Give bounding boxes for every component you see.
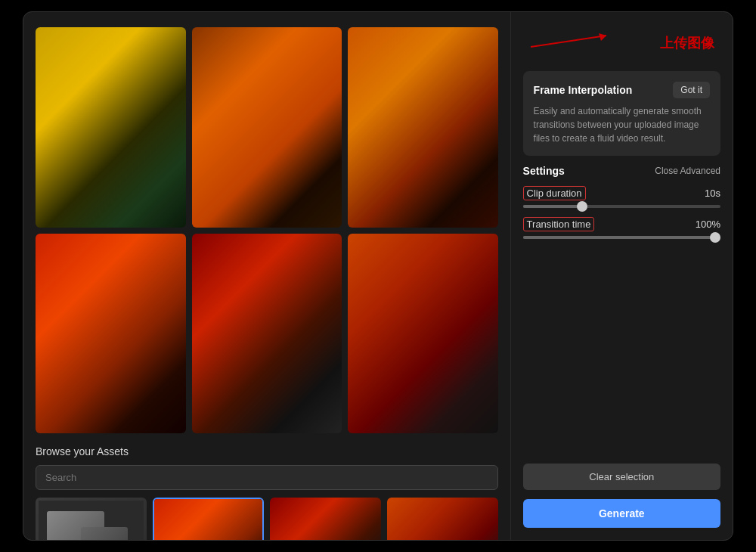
asset-img-2: [270, 498, 381, 540]
annotation-arrow-svg: [523, 32, 614, 54]
settings-header: Settings Close Advanced: [523, 165, 720, 177]
asset-item-3: 1.7.png (1) Upload Image: [387, 498, 498, 540]
robot-portrait-4: [36, 234, 186, 434]
clip-duration-fill: [523, 205, 582, 208]
demo-mini-2: [81, 527, 129, 540]
transition-time-thumb[interactable]: [710, 232, 720, 243]
transition-time-row: Transition time 100%: [523, 217, 720, 239]
robot-portrait-3: [348, 27, 498, 228]
clip-duration-label-row: Clip duration 10s: [523, 186, 720, 200]
top-image-grid: [36, 27, 498, 433]
assets-grid: +1 Demo Assets 1.8_clipdrop-enhanc... Up…: [36, 498, 498, 540]
clip-duration-value: 10s: [705, 188, 720, 199]
svg-line-0: [531, 36, 606, 47]
asset-thumb-1[interactable]: [153, 498, 264, 540]
settings-section: Settings Close Advanced Clip duration 10…: [523, 165, 720, 239]
clip-duration-slider[interactable]: [523, 205, 720, 208]
fi-header: Frame Interpolation Got it: [534, 82, 710, 98]
fi-title: Frame Interpolation: [534, 84, 633, 96]
fi-description: Easily and automatically generate smooth…: [534, 104, 710, 145]
spacer: [523, 248, 720, 454]
asset-thumb-3[interactable]: [387, 498, 498, 540]
transition-time-slider[interactable]: [523, 236, 720, 239]
grid-img-4: [36, 234, 186, 434]
search-input[interactable]: [36, 465, 498, 490]
transition-time-label: Transition time: [523, 217, 595, 231]
clear-selection-button[interactable]: Clear selection: [523, 464, 720, 490]
grid-img-1: [36, 27, 186, 228]
transition-time-label-row: Transition time 100%: [523, 217, 720, 231]
robot-portrait-2: [192, 27, 342, 228]
annotation-text: 上传图像: [660, 34, 714, 52]
grid-img-3: [348, 27, 498, 228]
asset-thumb-2[interactable]: [270, 498, 381, 540]
asset-img-1: [154, 499, 262, 540]
asset-img-3: [387, 498, 498, 540]
transition-time-fill: [523, 236, 720, 239]
asset-item-2: 1.6_crop.png (1) Upload Image: [270, 498, 381, 540]
annotation-area: 上传图像: [523, 24, 720, 62]
browse-title: Browse your Assets: [36, 445, 498, 457]
demo-inner: +1: [39, 501, 144, 540]
grid-img-2: [192, 27, 342, 228]
robot-portrait-1: [36, 27, 186, 228]
demo-assets-thumb[interactable]: +1: [36, 498, 147, 540]
robot-portrait-6: [348, 234, 498, 434]
got-it-button[interactable]: Got it: [673, 82, 710, 98]
robot-portrait-5: [192, 234, 342, 434]
transition-time-value: 100%: [696, 219, 720, 230]
main-container: Browse your Assets +1 Demo Assets: [23, 11, 733, 541]
grid-img-6: [348, 234, 498, 434]
browse-section: Browse your Assets +1 Demo Assets: [36, 445, 498, 540]
svg-marker-1: [599, 33, 606, 41]
generate-button[interactable]: Generate: [523, 499, 720, 528]
asset-item-1: 1.8_clipdrop-enhanc... Upload Image: [153, 498, 264, 540]
settings-title: Settings: [523, 165, 565, 177]
close-advanced-button[interactable]: Close Advanced: [655, 166, 720, 176]
clip-duration-thumb[interactable]: [577, 201, 587, 212]
demo-assets-item: +1 Demo Assets: [36, 498, 147, 540]
right-panel: 上传图像 Frame Interpolation Got it Easily a…: [510, 12, 733, 540]
left-panel: Browse your Assets +1 Demo Assets: [23, 12, 510, 540]
clip-duration-label: Clip duration: [523, 186, 586, 200]
grid-img-5: [192, 234, 342, 434]
frame-interpolation-card: Frame Interpolation Got it Easily and au…: [523, 71, 720, 156]
clip-duration-row: Clip duration 10s: [523, 186, 720, 208]
